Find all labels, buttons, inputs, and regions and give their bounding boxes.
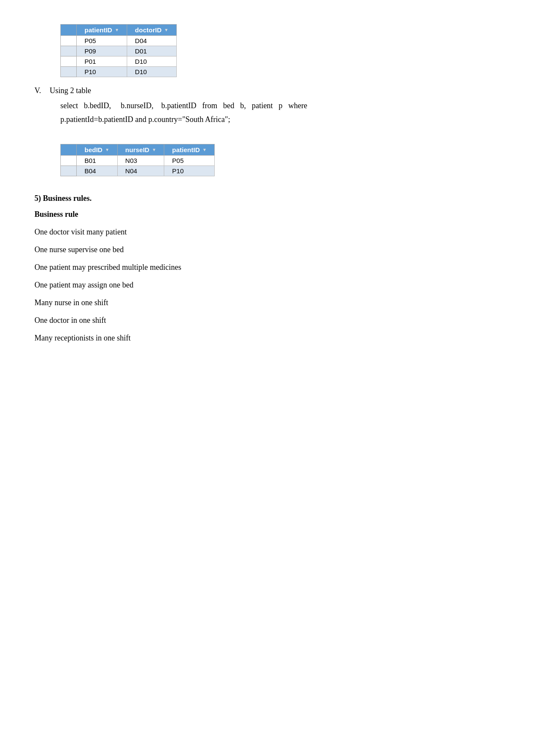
table1-selector-header: [61, 25, 77, 36]
sql-line2: p.patientId=b.patientID and p.country="S…: [60, 115, 230, 124]
table2-row2-bedid: B04: [77, 166, 118, 176]
table2-selector-header: [61, 144, 77, 155]
table1-row3-patientid: P01: [77, 56, 127, 67]
table1-header-doctorid[interactable]: doctorID ▼: [127, 25, 177, 36]
table-row: B04 N04 P10: [61, 166, 215, 176]
business-rules-heading: 5) Business rules.: [34, 194, 501, 203]
table-row: P05 D04: [61, 36, 177, 46]
table2: bedID ▼ nurseID ▼ patientID ▼: [60, 144, 215, 176]
t2-row2-selector: [61, 166, 77, 176]
doctorid-sort-icon: ▼: [164, 28, 169, 32]
table2-row1-nurseid: N03: [117, 155, 164, 166]
section-v-num: V.: [34, 86, 41, 95]
business-rule-6: One doctor in one shift: [34, 316, 501, 325]
patientid-sort-icon: ▼: [115, 28, 119, 32]
t2-row1-selector: [61, 155, 77, 166]
nurseid-sort-icon: ▼: [152, 147, 156, 152]
table2-row1-bedid: B01: [77, 155, 118, 166]
table1: patientID ▼ doctorID ▼ P05 D04: [60, 24, 177, 77]
bedid-sort-icon: ▼: [105, 147, 110, 152]
section-v-title: Using 2 table: [50, 86, 91, 95]
section-v: V. Using 2 table select b.bedID, b.nurse…: [34, 86, 501, 127]
business-rule-7: Many receptionists in one shift: [34, 334, 501, 343]
table-row: P09 D01: [61, 46, 177, 56]
business-rule-1: One doctor visit many patient: [34, 228, 501, 237]
business-rule-title: Business rule: [34, 210, 501, 219]
table2-row2-patientid: P10: [164, 166, 215, 176]
table2-header-bedid[interactable]: bedID ▼: [77, 144, 118, 155]
table2-wrapper: bedID ▼ nurseID ▼ patientID ▼: [60, 144, 215, 176]
table1-header-patientid[interactable]: patientID ▼: [77, 25, 127, 36]
business-rule-2: One nurse supervise one bed: [34, 245, 501, 254]
table2-header-patientid[interactable]: patientID ▼: [164, 144, 215, 155]
table-row: P10 D10: [61, 67, 177, 77]
table1-row4-doctorid: D10: [127, 67, 177, 77]
table1-row2-doctorid: D01: [127, 46, 177, 56]
sql-line1: select b.bedID, b.nurseID, b.patientID f…: [60, 101, 307, 110]
section-v-heading: V. Using 2 table: [34, 86, 501, 95]
table1-row3-doctorid: D10: [127, 56, 177, 67]
sql-query-block: select b.bedID, b.nurseID, b.patientID f…: [60, 99, 501, 127]
table-row: P01 D10: [61, 56, 177, 67]
table-row: B01 N03 P05: [61, 155, 215, 166]
t2-patientid-sort-icon: ▼: [203, 147, 207, 152]
row4-selector: [61, 67, 77, 77]
table2-row1-patientid: P05: [164, 155, 215, 166]
table1-row1-doctorid: D04: [127, 36, 177, 46]
table1-row2-patientid: P09: [77, 46, 127, 56]
table1-wrapper: patientID ▼ doctorID ▼ P05 D04: [60, 24, 177, 77]
table1-row1-patientid: P05: [77, 36, 127, 46]
row1-selector: [61, 36, 77, 46]
row3-selector: [61, 56, 77, 67]
business-rule-4: One patient may assign one bed: [34, 281, 501, 290]
table2-header-nurseid[interactable]: nurseID ▼: [117, 144, 164, 155]
table2-row2-nurseid: N04: [117, 166, 164, 176]
business-rule-3: One patient may prescribed multiple medi…: [34, 263, 501, 272]
table1-row4-patientid: P10: [77, 67, 127, 77]
business-rule-5: Many nurse in one shift: [34, 298, 501, 307]
business-rules-section: 5) Business rules. Business rule One doc…: [34, 194, 501, 343]
row2-selector: [61, 46, 77, 56]
